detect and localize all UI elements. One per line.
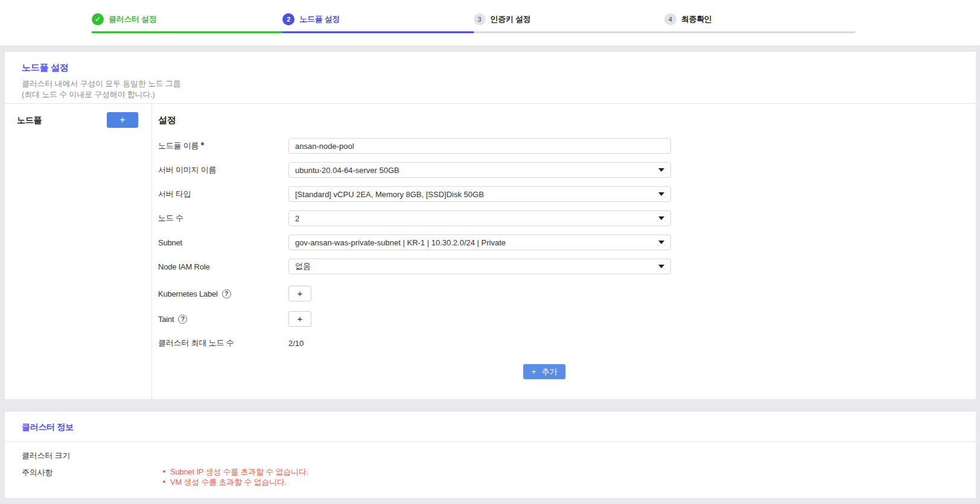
field-label-text: Kubernetes Label [158,289,218,298]
step-progress-line [282,31,473,33]
caret-down-icon [658,168,664,172]
add-kubernetes-label-button[interactable]: + [288,286,311,301]
server-image-select[interactable]: ubuntu-20.04-64-server 50GB [288,162,671,178]
select-value: gov-ansan-was-private-subnet | KR-1 | 10… [295,238,506,247]
nodepool-list-title: 노드풀 [17,112,42,128]
step-progress-line [664,31,855,33]
field-label: 노드 수 [158,213,288,224]
plus-icon: + [119,115,125,125]
step-progress-line [474,31,664,33]
subnet-select[interactable]: gov-ansan-was-private-subnet | KR-1 | 10… [288,235,671,250]
cluster-size-row: 클러스터 크기 [22,450,959,461]
form-row-nodepool-name: 노드풀 이름 [158,138,976,154]
bullet-icon [163,480,165,483]
caret-down-icon [658,192,664,196]
add-nodepool-submit-button[interactable]: + 추가 [523,364,565,379]
step-wizard: ✓ 클러스터 설정 2 노드풀 설정 3 인증키 설정 4 최종확인 [0,0,980,45]
field-label: Node IAM Role [158,262,288,271]
submit-row: + 추가 [158,364,931,379]
cluster-info-body: 클러스터 크기 주의사항 Subnet IP 생성 수를 초과할 수 없습니다.… [5,442,976,487]
wizard-step-final-confirm[interactable]: 4 최종확인 [664,0,855,33]
field-label: 클러스터 최대 노드 수 [158,338,288,348]
caution-list: Subnet IP 생성 수를 초과할 수 없습니다. VM 생성 수를 초과할… [163,467,308,487]
node-count-select[interactable]: 2 [288,210,671,226]
form-row-node-count: 노드 수 2 [158,210,976,226]
step-label: 최종확인 [681,14,712,25]
help-icon[interactable]: ? [222,289,231,298]
select-value: 없음 [295,261,311,272]
plus-icon: + [298,313,303,324]
settings-title: 설정 [158,115,976,126]
form-row-kubernetes-label: Kubernetes Label ? + [158,286,976,301]
caret-down-icon [658,216,664,220]
field-label: Subnet [158,238,288,247]
nodepool-list-panel: 노드풀 + [5,104,152,399]
select-value: 2 [295,214,299,223]
help-icon[interactable]: ? [178,315,187,324]
wizard-steps: ✓ 클러스터 설정 2 노드풀 설정 3 인증키 설정 4 최종확인 [0,0,980,33]
section-title: 노드풀 설정 [22,62,959,74]
section-description: 클러스터 내에서 구성이 모두 동일한 노드 그룹 (최대 노드 수 이내로 구… [22,78,959,100]
caution-row: 주의사항 Subnet IP 생성 수를 초과할 수 없습니다. VM 생성 수… [22,467,959,487]
add-nodepool-button[interactable]: + [107,112,138,128]
section-description-line1: 클러스터 내에서 구성이 모두 동일한 노드 그룹 [22,78,959,89]
field-label-text: Taint [158,315,174,324]
nodepool-settings-form: 설정 노드풀 이름 서버 이미지 이름 ubuntu-20.04-64-serv… [152,104,976,399]
step-head: 3 인증키 설정 [474,13,664,25]
wizard-step-cluster-settings[interactable]: ✓ 클러스터 설정 [92,0,282,33]
wizard-step-nodepool-settings[interactable]: 2 노드풀 설정 [282,0,473,33]
field-label: Taint ? [158,315,288,324]
select-value: [Standard] vCPU 2EA, Memory 8GB, [SSD]Di… [295,190,484,199]
required-marker [201,142,204,145]
form-row-server-image: 서버 이미지 이름 ubuntu-20.04-64-server 50GB [158,162,976,178]
cluster-info-header: 클러스터 정보 [5,412,976,442]
caution-text: VM 생성 수를 초과할 수 없습니다. [170,477,287,487]
plus-icon: + [298,288,303,298]
cluster-size-label: 클러스터 크기 [22,450,163,461]
server-type-select[interactable]: [Standard] vCPU 2EA, Memory 8GB, [SSD]Di… [288,186,671,202]
form-row-subnet: Subnet gov-ansan-was-private-subnet | KR… [158,235,976,250]
caution-item: Subnet IP 생성 수를 초과할 수 없습니다. [163,467,308,477]
step-progress-line [92,31,282,33]
form-row-server-type: 서버 타입 [Standard] vCPU 2EA, Memory 8GB, [… [158,186,976,202]
nodepool-settings-card: 노드풀 설정 클러스터 내에서 구성이 모두 동일한 노드 그룹 (최대 노드 … [5,52,976,399]
max-node-count-value: 2/10 [288,339,304,348]
form-row-node-iam-role: Node IAM Role 없음 [158,259,976,274]
field-label: Kubernetes Label ? [158,289,288,298]
caution-item: VM 생성 수를 초과할 수 없습니다. [163,477,308,487]
nodepool-body: 노드풀 + 설정 노드풀 이름 서버 이미지 이름 ubuntu-20.04-6… [5,104,976,399]
cluster-info-card: 클러스터 정보 클러스터 크기 주의사항 Subnet IP 생성 수를 초과할… [5,412,976,498]
submit-button-label: 추가 [542,367,558,376]
form-row-taint: Taint ? + [158,311,976,327]
section-description-line2: (최대 노드 수 이내로 구성해야 합니다.) [22,89,959,100]
caution-text: Subnet IP 생성 수를 초과할 수 없습니다. [170,467,308,477]
bullet-icon [163,470,165,473]
form-row-max-node-count: 클러스터 최대 노드 수 2/10 [158,335,976,351]
field-label: 서버 타입 [158,189,288,200]
step-label: 클러스터 설정 [109,14,157,25]
check-circle-icon: ✓ [92,13,104,25]
plus-icon: + [532,367,536,376]
step-head: ✓ 클러스터 설정 [92,13,282,25]
step-number-badge: 2 [282,13,294,25]
field-label: 서버 이미지 이름 [158,165,288,175]
caution-label: 주의사항 [22,467,163,487]
cluster-info-title: 클러스터 정보 [22,422,959,433]
step-number-badge: 4 [664,13,676,25]
step-label: 노드풀 설정 [299,14,340,25]
select-value: ubuntu-20.04-64-server 50GB [295,166,399,175]
node-iam-role-select[interactable]: 없음 [288,259,671,274]
add-taint-button[interactable]: + [288,311,311,327]
nodepool-name-input[interactable] [288,138,671,154]
wizard-step-authkey-settings[interactable]: 3 인증키 설정 [474,0,664,33]
step-label: 인증키 설정 [491,14,531,25]
field-label: 노드풀 이름 [158,140,288,151]
step-number-badge: 3 [474,13,486,25]
step-head: 2 노드풀 설정 [282,13,473,25]
field-label-text: 노드풀 이름 [158,140,199,151]
step-head: 4 최종확인 [664,13,855,25]
caret-down-icon [658,241,664,244]
caret-down-icon [658,265,664,268]
nodepool-section-header: 노드풀 설정 클러스터 내에서 구성이 모두 동일한 노드 그룹 (최대 노드 … [5,52,976,104]
